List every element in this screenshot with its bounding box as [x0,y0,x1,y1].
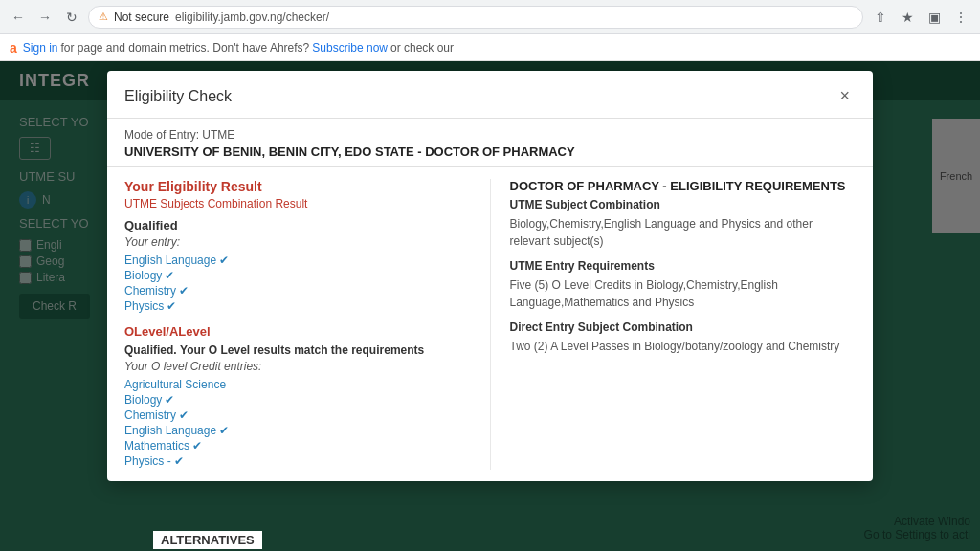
olevel-physics-check: ✔ [174,454,184,468]
address-bar[interactable]: ⚠ Not secure eligibility.jamb.gov.ng/che… [88,6,863,29]
olevel-qualified-sub: Your O Level results match the requireme… [180,343,424,357]
ahrefs-bar: a Sign in for page and domain metrics. D… [0,34,980,61]
back-button[interactable]: ← [8,7,29,28]
olevel-chemistry: Chemistry ✔ [124,408,471,422]
menu-button[interactable]: ⋮ [949,6,972,29]
left-panel: Your Eligibility Result UTME Subjects Co… [124,179,471,470]
security-icon: ⚠ [99,11,108,23]
direct-entry-label: Direct Entry Subject Combination [510,320,857,334]
olevel-mathematics: Mathematics ✔ [124,439,471,452]
eligibility-result-title: Your Eligibility Result [124,179,471,194]
olevel-section: OLevel/ALevel Qualified. Your O Level re… [124,324,471,468]
olevel-qualified-text: Qualified. [124,343,177,357]
utme-biology-name: Biology [124,269,162,282]
olevel-physics: Physics - ✔ [124,454,471,468]
right-panel: DOCTOR OF PHARMACY - ELIGIBILITY REQUIRE… [490,179,857,470]
utme-english-check: ✔ [219,253,229,267]
reload-button[interactable]: ↻ [61,7,82,28]
utme-chemistry-check: ✔ [179,284,189,298]
olevel-chemistry-check: ✔ [179,408,189,422]
bookmark-button[interactable]: ★ [896,6,919,29]
utme-subjects-list: English Language ✔ Biology ✔ Chemistry ✔ [124,253,471,313]
subscribe-link[interactable]: Subscribe now [312,41,388,55]
sign-in-link[interactable]: Sign in [23,41,58,55]
extensions-button[interactable]: ▣ [923,6,946,29]
activate-windows-watermark: Activate Windo Go to Settings to acti [864,515,970,541]
utme-biology-check: ✔ [165,269,174,282]
eligibility-modal: Eligibility Check × Mode of Entry: UTME … [107,71,873,481]
olevel-subjects-list: Agricultural Science Biology ✔ Chemistry… [124,378,471,468]
share-button[interactable]: ⇧ [869,6,892,29]
modal-close-button[interactable]: × [834,84,856,108]
activate-line2: Go to Settings to acti [864,528,970,541]
your-entry-label: Your entry: [124,235,471,249]
utme-physics-check: ✔ [167,299,176,313]
mode-of-entry: Mode of Entry: UTME [124,128,856,142]
agric-name: Agricultural Science [124,378,226,391]
utme-entry-req-label: UTME Entry Requirements [510,259,857,273]
olevel-biology-check: ✔ [165,393,174,407]
forward-button[interactable]: → [34,7,56,28]
utme-subject-biology: Biology ✔ [124,269,471,282]
utme-english-name: English Language [124,253,216,267]
olevel-english: English Language ✔ [124,424,471,437]
utme-subject-combo-text: Biology,Chemistry,English Language and P… [510,215,857,250]
qualified-label: Qualified [124,218,471,232]
olevel-biology: Biology ✔ [124,393,471,407]
olevel-credit-label: Your O level Credit entries: [124,360,471,373]
olevel-math-name: Mathematics [124,439,189,452]
olevel-chemistry-name: Chemistry [124,408,176,422]
olevel-math-check: ✔ [192,439,202,452]
utme-subject-english: English Language ✔ [124,253,471,267]
modal-header: Eligibility Check × [107,71,873,119]
olevel-physics-name: Physics - [124,454,171,468]
modal-overlay: Eligibility Check × Mode of Entry: UTME … [0,61,980,551]
ahrefs-middle-text: for page and domain metrics. Don't have … [61,41,310,55]
utme-physics-name: Physics [124,299,164,313]
olevel-english-name: English Language [124,424,216,437]
utme-entry-req-text: Five (5) O Level Credits in Biology,Chem… [510,276,857,311]
browser-actions: ⇧ ★ ▣ ⋮ [869,6,972,29]
olevel-biology-name: Biology [124,393,162,407]
olevel-qualified: Qualified. Your O Level results match th… [124,343,471,357]
ahrefs-logo: a [10,40,17,55]
olevel-english-check: ✔ [219,424,229,437]
university-name: UNIVERSITY OF BENIN, BENIN CITY, EDO STA… [124,144,856,159]
utme-subject-combo-label: UTME Subject Combination [510,198,857,211]
ahrefs-suffix: or check our [390,41,454,55]
modal-title: Eligibility Check [124,88,232,105]
utme-subject-physics: Physics ✔ [124,299,471,313]
modal-body: Your Eligibility Result UTME Subjects Co… [107,167,873,481]
olevel-agric-science: Agricultural Science [124,378,471,391]
url-text: eligibility.jamb.gov.ng/checker/ [175,11,329,24]
requirements-title: DOCTOR OF PHARMACY - ELIGIBILITY REQUIRE… [510,179,857,193]
modal-subheader: Mode of Entry: UTME UNIVERSITY OF BENIN,… [107,119,873,167]
page-background: INTEGR SELECT YO ☷ UTME SU i N SELECT YO… [0,61,980,551]
activate-line1: Activate Windo [864,515,970,528]
direct-entry-text: Two (2) A Level Passes in Biology/botany… [510,338,857,355]
alternatives-label: ALTERNATIVES [153,531,262,549]
olevel-title: OLevel/ALevel [124,324,471,339]
security-label: Not secure [114,11,169,24]
browser-toolbar: ← → ↻ ⚠ Not secure eligibility.jamb.gov.… [0,0,980,34]
utme-chemistry-name: Chemistry [124,284,176,298]
utme-subject-chemistry: Chemistry ✔ [124,284,471,298]
utme-subjects-label: UTME Subjects Combination Result [124,197,471,210]
